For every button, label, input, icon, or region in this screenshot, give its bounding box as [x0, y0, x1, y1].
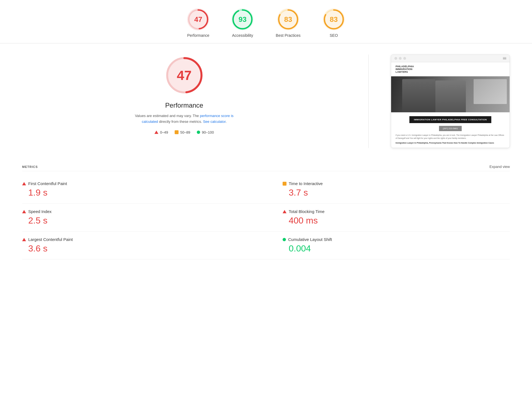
site-hero-image [391, 76, 510, 112]
metric-tti-header: Time to Interactive [283, 181, 507, 186]
metric-si-name: Speed Index [28, 209, 51, 214]
triangle-icon [22, 210, 26, 213]
metric-tbt-name: Total Blocking Time [289, 209, 324, 214]
performance-big-value: 47 [177, 68, 192, 83]
site-name: PHILADELPHIAIMMIGRATIONLAWYERS [396, 65, 414, 73]
performance-description: Values are estimated and may vary. The p… [132, 113, 237, 125]
performance-score-label: Performance [187, 33, 209, 38]
see-calculator-link[interactable]: See calculator [203, 120, 226, 124]
seo-score-label: SEO [330, 33, 338, 38]
accessibility-score-label: Accessibility [232, 33, 253, 38]
metric-tbt: Total Blocking Time 400 ms [266, 204, 510, 232]
metric-tti-value: 3.7 s [289, 188, 507, 198]
metrics-section: METRICS Expand view First Contentful Pai… [0, 159, 532, 271]
site-screenshot: PHILADELPHIAIMMIGRATIONLAWYERS IMMIGRATI… [391, 54, 510, 148]
score-summary-bar: 47 Performance 93 Accessibility 83 Best … [0, 0, 532, 43]
metric-fcp-name: First Contentful Paint [28, 181, 67, 186]
metric-lcp-header: Largest Contentful Paint [22, 237, 263, 242]
menu-icon [503, 57, 506, 60]
person-left [402, 79, 435, 112]
dot-1 [394, 57, 397, 60]
metric-cls-value: 0.004 [289, 243, 507, 254]
expand-view-button[interactable]: Expand view [489, 165, 510, 169]
metric-lcp-name: Largest Contentful Paint [28, 237, 73, 242]
metric-fcp-header: First Contentful Paint [22, 181, 263, 186]
triangle-icon [22, 238, 26, 241]
metric-tti: Time to Interactive 3.7 s [266, 176, 510, 204]
metric-lcp-value: 3.6 s [28, 243, 263, 254]
legend-low: 0–49 [154, 130, 168, 134]
best-practices-score-value: 83 [284, 15, 292, 24]
square-icon [175, 130, 179, 134]
vertical-divider [368, 54, 369, 148]
metric-si-value: 2.5 s [28, 215, 263, 226]
performance-detail: 47 Performance Values are estimated and … [22, 54, 346, 134]
site-cta-button: IMMIGRATION LAWYER PHILADELPHIA FREE CON… [409, 116, 491, 123]
dot-2 [399, 57, 402, 60]
score-accessibility[interactable]: 93 Accessibility [231, 8, 254, 38]
best-practices-score-label: Best Practices [276, 33, 300, 38]
dot-3 [403, 57, 406, 60]
metric-cls-header: Cumulative Layout Shift [283, 237, 507, 242]
site-footer-text: Immigration Lawyer In Philadelphia, Penn… [396, 142, 505, 144]
legend-low-range: 0–49 [160, 130, 168, 134]
accessibility-score-value: 93 [239, 15, 247, 24]
background-scene [474, 79, 507, 104]
metric-si-header: Speed Index [22, 209, 263, 214]
circle-icon [283, 238, 286, 241]
performance-score-value: 47 [194, 15, 202, 24]
metric-fcp: First Contentful Paint 1.9 s [22, 176, 266, 204]
metric-cls-name: Cumulative Layout Shift [288, 237, 332, 242]
metric-tti-name: Time to Interactive [289, 181, 323, 186]
site-logo-header: PHILADELPHIAIMMIGRATIONLAWYERS [391, 62, 510, 76]
site-body-text: If you need a U.S. Immigration Lawyer in… [396, 134, 505, 140]
score-legend: 0–49 50–89 90–100 [154, 130, 214, 134]
site-content: IMMIGRATION LAWYER PHILADELPHIA FREE CON… [391, 112, 510, 148]
legend-high: 90–100 [197, 130, 214, 134]
performance-big-circle: 47 [164, 54, 205, 96]
triangle-icon [283, 210, 286, 213]
metric-lcp: Largest Contentful Paint 3.6 s [22, 232, 266, 259]
screenshot-header-bar [391, 55, 510, 62]
legend-mid: 50–89 [175, 130, 190, 134]
square-icon [283, 182, 286, 186]
score-best-practices[interactable]: 83 Best Practices [276, 8, 300, 38]
seo-score-value: 83 [330, 15, 338, 24]
metrics-grid: First Contentful Paint 1.9 s Time to Int… [22, 176, 510, 259]
person-right [435, 80, 466, 112]
score-seo[interactable]: 83 SEO [323, 8, 345, 38]
circle-icon [197, 131, 200, 134]
legend-mid-range: 50–89 [180, 130, 190, 134]
metric-fcp-value: 1.9 s [28, 188, 263, 198]
metrics-section-title: METRICS [22, 165, 38, 168]
metric-cls: Cumulative Layout Shift 0.004 [266, 232, 510, 259]
legend-high-range: 90–100 [202, 130, 214, 134]
site-phone-button: (267) 223-5861 [439, 126, 462, 131]
performance-title: Performance [165, 102, 203, 109]
metric-tbt-header: Total Blocking Time [283, 209, 507, 214]
triangle-icon [22, 182, 26, 185]
screenshot-body: PHILADELPHIAIMMIGRATIONLAWYERS IMMIGRATI… [391, 62, 510, 148]
metric-si: Speed Index 2.5 s [22, 204, 266, 232]
main-content: 47 Performance Values are estimated and … [0, 43, 532, 159]
metrics-header: METRICS Expand view [22, 165, 510, 171]
window-dots [394, 57, 406, 60]
score-performance[interactable]: 47 Performance [187, 8, 209, 38]
triangle-icon [154, 131, 158, 134]
metric-tbt-value: 400 ms [289, 215, 507, 226]
